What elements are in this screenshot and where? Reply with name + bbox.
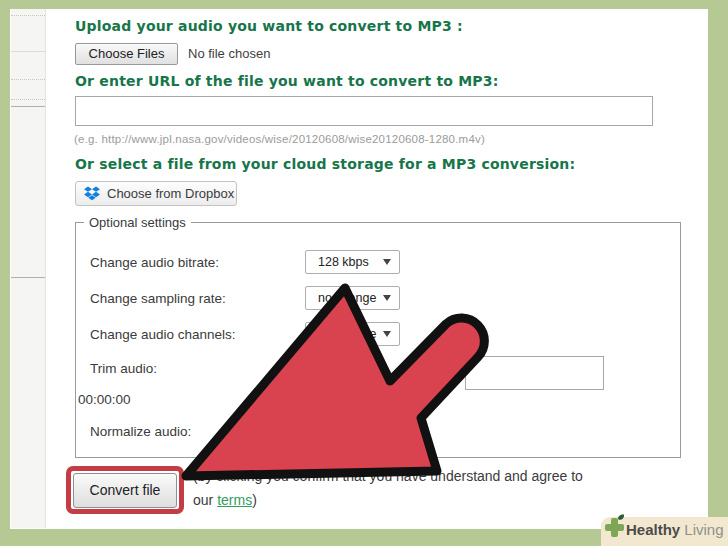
brand-light: Living	[680, 521, 723, 538]
choose-from-dropbox-button[interactable]: Choose from Dropbox	[75, 181, 237, 206]
sidebar-divider	[11, 79, 45, 80]
url-example-hint: (e.g. http://www.jpl.nasa.gov/videos/wis…	[74, 133, 485, 145]
upload-heading: Upload your audio you want to convert to…	[75, 18, 463, 34]
sampling-rate-select[interactable]: no change	[305, 286, 400, 310]
convert-file-button[interactable]: Convert file	[73, 473, 177, 508]
chevron-down-icon	[383, 295, 391, 301]
trim-end-input[interactable]	[465, 356, 604, 390]
audio-channels-label: Change audio channels:	[90, 327, 236, 342]
bitrate-label: Change audio bitrate:	[90, 255, 219, 270]
sampling-rate-label: Change sampling rate:	[90, 291, 226, 306]
sidebar-divider	[11, 15, 45, 16]
terms-note: (by clicking you confirm that you have u…	[193, 464, 591, 512]
no-file-chosen-text: No file chosen	[188, 46, 270, 61]
healthy-living-watermark: Healthy Living	[601, 517, 728, 546]
sidebar-divider	[11, 106, 45, 107]
brand-bold: Healthy	[626, 521, 680, 538]
plus-leaf-icon	[601, 513, 627, 543]
trim-time-value: 00:00:00	[78, 392, 131, 407]
sidebar-divider	[11, 51, 45, 52]
left-sidebar-strip	[11, 9, 46, 528]
dropbox-button-label: Choose from Dropbox	[107, 186, 234, 201]
audio-channels-select-value: no change	[318, 327, 376, 341]
audio-channels-select[interactable]: no change	[305, 322, 400, 346]
trim-audio-label: Trim audio:	[90, 361, 157, 376]
chevron-down-icon	[383, 331, 391, 337]
url-heading: Or enter URL of the file you want to con…	[75, 73, 499, 89]
sampling-rate-select-value: no change	[318, 291, 376, 305]
bitrate-select[interactable]: 128 kbps	[305, 250, 400, 274]
convert-button-highlight-box: Convert file	[66, 466, 184, 514]
normalize-audio-label: Normalize audio:	[90, 424, 191, 439]
sidebar-divider	[11, 99, 45, 100]
chevron-down-icon	[383, 259, 391, 265]
cloud-heading: Or select a file from your cloud storage…	[75, 156, 575, 172]
screenshot-stage: Upload your audio you want to convert to…	[0, 0, 728, 546]
terms-text-after: )	[252, 492, 257, 508]
terms-link[interactable]: terms	[217, 492, 252, 508]
bitrate-select-value: 128 kbps	[318, 255, 369, 269]
choose-files-button[interactable]: Choose Files	[75, 43, 178, 65]
dropbox-icon	[84, 186, 100, 201]
healthy-living-label: Healthy Living	[626, 521, 724, 538]
sidebar-divider	[11, 277, 45, 278]
optional-settings-legend: Optional settings	[84, 215, 191, 230]
url-input[interactable]	[75, 96, 653, 126]
